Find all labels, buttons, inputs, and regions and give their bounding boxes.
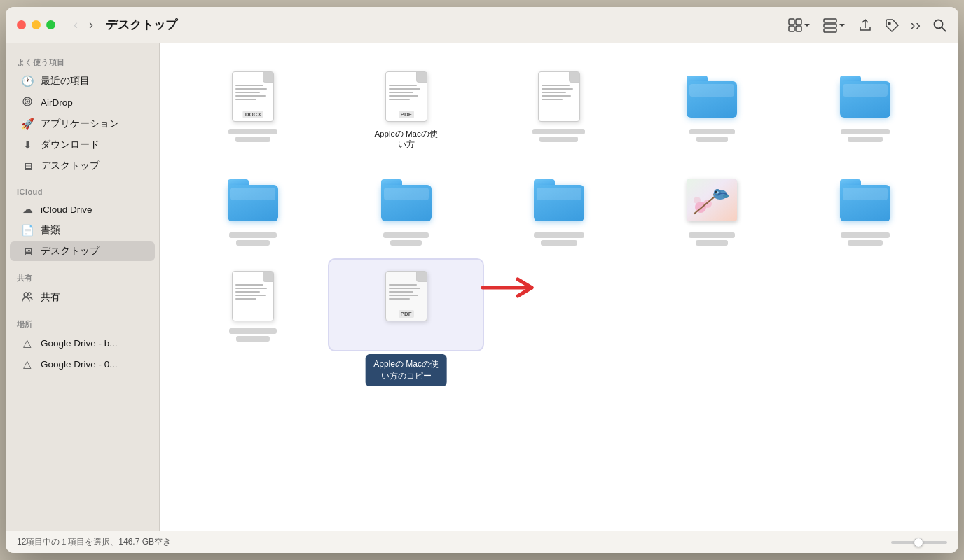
status-bar: 12項目中の１項目を選択、146.7 GB空き <box>6 531 958 553</box>
list-item[interactable] <box>635 164 788 254</box>
rename-tooltip: Appleの Macの使い方のコピー <box>365 354 447 386</box>
window-controls <box>17 20 55 29</box>
view-list-button[interactable] <box>822 18 846 33</box>
file-icon-folder5 <box>531 172 587 228</box>
search-button[interactable] <box>932 18 947 33</box>
sidebar-item-label-google-drive-0: Google Drive - 0... <box>41 359 118 370</box>
sidebar-item-label-desktop-active: デスクトップ <box>41 245 99 258</box>
desktop-active-icon: 🖥 <box>21 246 34 258</box>
svg-line-9 <box>942 27 946 31</box>
zoom-slider[interactable] <box>891 541 947 544</box>
view-grid-button[interactable] <box>787 18 811 33</box>
file-grid: DOCX <box>177 60 942 350</box>
sidebar-item-documents[interactable]: 📄 書類 <box>10 220 155 240</box>
list-item[interactable] <box>789 60 942 158</box>
folder-icon <box>840 76 890 118</box>
sidebar: よく使う項目 🕐 最近の項目 AirDrop 🚀 アプリケーション <box>6 43 160 531</box>
sidebar-item-applications[interactable]: 🚀 アプリケーション <box>10 114 155 134</box>
file-label-blurred <box>383 232 429 246</box>
recents-icon: 🕐 <box>21 75 34 88</box>
list-item[interactable]: DOCX <box>177 60 329 158</box>
slider-track[interactable] <box>891 541 947 544</box>
sidebar-item-google-drive-b[interactable]: △ Google Drive - b... <box>10 333 155 353</box>
folder-icon <box>381 179 432 221</box>
svg-rect-4 <box>824 19 836 22</box>
shared-icon <box>21 290 34 304</box>
list-item[interactable] <box>177 260 329 350</box>
selection-status: 12項目中の１項目を選択、146.7 GB空き <box>17 536 171 548</box>
slider-thumb[interactable] <box>914 538 923 547</box>
list-item-empty <box>635 260 788 350</box>
list-item[interactable]: PDF Appleの Macの使い方 <box>329 60 482 158</box>
file-icon-doc3 <box>225 268 281 324</box>
pdf-icon: PDF <box>385 71 427 122</box>
back-button[interactable]: ‹ <box>69 16 82 34</box>
file-icon-pdf2: PDF <box>378 268 434 324</box>
more-button[interactable]: › › <box>911 17 921 33</box>
sidebar-item-recents[interactable]: 🕐 最近の項目 <box>10 71 155 91</box>
svg-point-17 <box>694 197 701 204</box>
list-item[interactable] <box>483 60 635 158</box>
toolbar-actions: › › <box>787 17 947 33</box>
svg-point-7 <box>888 22 890 24</box>
maximize-button[interactable] <box>46 20 55 29</box>
svg-point-23 <box>715 191 717 192</box>
doc-icon-3 <box>232 271 274 321</box>
svg-rect-6 <box>824 29 836 32</box>
list-item[interactable] <box>789 164 942 254</box>
svg-rect-0 <box>789 19 794 24</box>
main-content: DOCX <box>160 43 958 531</box>
google-drive-b-icon: △ <box>21 337 34 349</box>
file-label-blurred <box>229 232 277 246</box>
sidebar-item-label-shared: 共有 <box>41 291 60 304</box>
sidebar-item-label-recents: 最近の項目 <box>41 75 90 88</box>
file-icon-folder4 <box>378 172 434 228</box>
list-item[interactable] <box>177 164 329 254</box>
sidebar-item-shared[interactable]: 共有 <box>10 287 155 307</box>
share-button[interactable] <box>858 18 873 33</box>
file-label-blurred <box>841 129 890 142</box>
finder-window: ‹ › デスクトップ <box>6 7 958 553</box>
tag-button[interactable] <box>884 18 900 33</box>
sidebar-item-desktop-active[interactable]: 🖥 デスクトップ <box>10 241 155 261</box>
sidebar-item-label-desktop-fav: デスクトップ <box>41 160 99 172</box>
list-item[interactable] <box>329 164 482 254</box>
window-body: よく使う項目 🕐 最近の項目 AirDrop 🚀 アプリケーション <box>6 43 958 531</box>
nav-buttons: ‹ › <box>69 16 97 34</box>
file-icon-folder3 <box>225 172 281 228</box>
sidebar-item-downloads[interactable]: ⬇ ダウンロード <box>10 135 155 155</box>
svg-rect-1 <box>796 19 801 24</box>
sidebar-section-favorites: よく使う項目 <box>6 53 159 71</box>
file-icon-doc2 <box>531 69 587 125</box>
file-label-blurred <box>228 129 277 142</box>
file-icon-docx1: DOCX <box>225 69 281 125</box>
desktop-fav-icon: 🖥 <box>21 160 34 172</box>
sidebar-item-label-icloud-drive: iCloud Drive <box>41 204 92 215</box>
folder-icon <box>534 179 584 221</box>
sidebar-item-desktop-fav[interactable]: 🖥 デスクトップ <box>10 156 155 176</box>
svg-rect-3 <box>796 26 801 31</box>
sidebar-item-label-google-drive-b: Google Drive - b... <box>41 338 118 349</box>
window-title: デスクトップ <box>106 17 177 33</box>
forward-button[interactable]: › <box>85 16 97 34</box>
sidebar-item-label-documents: 書類 <box>41 224 60 237</box>
svg-point-12 <box>27 101 29 103</box>
list-item-selected[interactable]: PDF Appleの Macの使い方のコピー <box>329 260 482 350</box>
minimize-button[interactable] <box>32 20 41 29</box>
folder-icon <box>840 179 890 221</box>
file-label-blurred <box>689 232 735 246</box>
file-label-blurred <box>229 328 277 342</box>
sidebar-item-label-downloads: ダウンロード <box>41 139 99 151</box>
applications-icon: 🚀 <box>21 118 34 130</box>
photo-icon <box>687 179 737 221</box>
sidebar-item-google-drive-0[interactable]: △ Google Drive - 0... <box>10 354 155 374</box>
svg-rect-2 <box>789 26 794 31</box>
sidebar-section-shared: 共有 <box>6 269 159 286</box>
sidebar-item-icloud-drive[interactable]: ☁ iCloud Drive <box>10 200 155 219</box>
list-item[interactable] <box>483 164 635 254</box>
close-button[interactable] <box>17 20 26 29</box>
file-label-blurred <box>534 232 584 246</box>
list-item[interactable] <box>635 60 788 158</box>
svg-rect-5 <box>824 24 836 27</box>
sidebar-item-airdrop[interactable]: AirDrop <box>10 92 155 113</box>
